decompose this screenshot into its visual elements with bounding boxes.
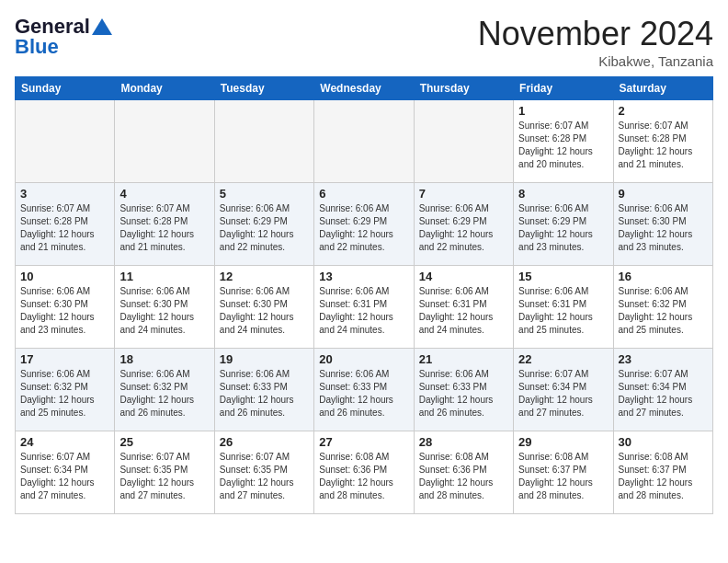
- day-number: 6: [319, 187, 408, 201]
- day-info: Sunrise: 6:07 AM Sunset: 6:34 PM Dayligh…: [619, 368, 708, 419]
- calendar-cell: 27Sunrise: 6:08 AM Sunset: 6:36 PM Dayli…: [314, 431, 414, 514]
- calendar-cell: 4Sunrise: 6:07 AM Sunset: 6:28 PM Daylig…: [115, 183, 214, 266]
- day-number: 15: [518, 270, 608, 283]
- calendar-week-row: 24Sunrise: 6:07 AM Sunset: 6:34 PM Dayli…: [16, 431, 713, 514]
- day-number: 11: [119, 270, 209, 283]
- calendar-cell: 1Sunrise: 6:07 AM Sunset: 6:28 PM Daylig…: [514, 100, 613, 183]
- day-info: Sunrise: 6:06 AM Sunset: 6:32 PM Dayligh…: [619, 285, 708, 337]
- day-number: 25: [119, 435, 209, 449]
- calendar-header-row: SundayMondayTuesdayWednesdayThursdayFrid…: [16, 77, 713, 100]
- day-info: Sunrise: 6:07 AM Sunset: 6:28 PM Dayligh…: [518, 120, 608, 171]
- day-info: Sunrise: 6:08 AM Sunset: 6:37 PM Dayligh…: [518, 451, 608, 502]
- calendar-cell: 29Sunrise: 6:08 AM Sunset: 6:37 PM Dayli…: [514, 431, 613, 514]
- day-info: Sunrise: 6:08 AM Sunset: 6:37 PM Dayligh…: [619, 451, 708, 502]
- day-info: Sunrise: 6:07 AM Sunset: 6:35 PM Dayligh…: [220, 451, 309, 502]
- day-number: 27: [319, 435, 408, 449]
- logo: General Blue: [15, 15, 112, 59]
- location: Kibakwe, Tanzania: [478, 53, 713, 69]
- day-info: Sunrise: 6:06 AM Sunset: 6:30 PM Dayligh…: [119, 285, 209, 337]
- calendar-week-row: 3Sunrise: 6:07 AM Sunset: 6:28 PM Daylig…: [16, 183, 713, 266]
- calendar-cell: 28Sunrise: 6:08 AM Sunset: 6:36 PM Dayli…: [414, 431, 513, 514]
- calendar-cell: 14Sunrise: 6:06 AM Sunset: 6:31 PM Dayli…: [414, 266, 513, 349]
- day-number: 19: [220, 352, 309, 366]
- calendar-cell: 12Sunrise: 6:06 AM Sunset: 6:30 PM Dayli…: [214, 266, 313, 349]
- day-number: 5: [220, 187, 309, 201]
- calendar-cell: 15Sunrise: 6:06 AM Sunset: 6:31 PM Dayli…: [514, 266, 613, 349]
- col-header-tuesday: Tuesday: [214, 77, 313, 100]
- calendar-cell: 8Sunrise: 6:06 AM Sunset: 6:29 PM Daylig…: [514, 183, 613, 266]
- day-number: 14: [419, 270, 508, 283]
- calendar-cell: 6Sunrise: 6:06 AM Sunset: 6:29 PM Daylig…: [314, 183, 414, 266]
- col-header-friday: Friday: [514, 77, 613, 100]
- svg-marker-0: [92, 18, 112, 35]
- day-info: Sunrise: 6:08 AM Sunset: 6:36 PM Dayligh…: [419, 451, 508, 502]
- calendar-cell: [314, 100, 414, 183]
- day-info: Sunrise: 6:06 AM Sunset: 6:31 PM Dayligh…: [419, 285, 508, 337]
- calendar-cell: 21Sunrise: 6:06 AM Sunset: 6:33 PM Dayli…: [414, 349, 513, 431]
- calendar-cell: 24Sunrise: 6:07 AM Sunset: 6:34 PM Dayli…: [16, 431, 115, 514]
- calendar-cell: 26Sunrise: 6:07 AM Sunset: 6:35 PM Dayli…: [214, 431, 313, 514]
- col-header-monday: Monday: [115, 77, 214, 100]
- day-number: 22: [518, 352, 608, 366]
- day-number: 28: [419, 435, 508, 449]
- page-header: General Blue November 2024 Kibakwe, Tanz…: [15, 15, 713, 69]
- logo-triangle-icon: [92, 18, 112, 35]
- day-number: 12: [220, 270, 309, 283]
- col-header-thursday: Thursday: [414, 77, 513, 100]
- day-info: Sunrise: 6:07 AM Sunset: 6:28 PM Dayligh…: [20, 202, 109, 254]
- day-info: Sunrise: 6:07 AM Sunset: 6:34 PM Dayligh…: [20, 451, 109, 502]
- day-info: Sunrise: 6:06 AM Sunset: 6:32 PM Dayligh…: [20, 368, 109, 419]
- month-title: November 2024: [478, 15, 713, 53]
- calendar-cell: 23Sunrise: 6:07 AM Sunset: 6:34 PM Dayli…: [613, 349, 712, 431]
- day-number: 23: [619, 352, 708, 366]
- day-info: Sunrise: 6:06 AM Sunset: 6:33 PM Dayligh…: [419, 368, 508, 419]
- day-info: Sunrise: 6:06 AM Sunset: 6:32 PM Dayligh…: [119, 368, 209, 419]
- calendar-cell: 13Sunrise: 6:06 AM Sunset: 6:31 PM Dayli…: [314, 266, 414, 349]
- calendar-cell: [16, 100, 115, 183]
- calendar-week-row: 10Sunrise: 6:06 AM Sunset: 6:30 PM Dayli…: [16, 266, 713, 349]
- day-info: Sunrise: 6:06 AM Sunset: 6:31 PM Dayligh…: [518, 285, 608, 337]
- day-info: Sunrise: 6:06 AM Sunset: 6:30 PM Dayligh…: [20, 285, 109, 337]
- day-info: Sunrise: 6:08 AM Sunset: 6:36 PM Dayligh…: [319, 451, 408, 502]
- day-info: Sunrise: 6:06 AM Sunset: 6:33 PM Dayligh…: [220, 368, 309, 419]
- day-number: 13: [319, 270, 408, 283]
- title-area: November 2024 Kibakwe, Tanzania: [478, 15, 713, 69]
- day-info: Sunrise: 6:06 AM Sunset: 6:31 PM Dayligh…: [319, 285, 408, 337]
- calendar-cell: 2Sunrise: 6:07 AM Sunset: 6:28 PM Daylig…: [613, 100, 712, 183]
- day-info: Sunrise: 6:06 AM Sunset: 6:29 PM Dayligh…: [419, 202, 508, 254]
- calendar-cell: 11Sunrise: 6:06 AM Sunset: 6:30 PM Dayli…: [115, 266, 214, 349]
- day-number: 17: [20, 352, 109, 366]
- calendar-cell: 20Sunrise: 6:06 AM Sunset: 6:33 PM Dayli…: [314, 349, 414, 431]
- calendar-cell: 5Sunrise: 6:06 AM Sunset: 6:29 PM Daylig…: [214, 183, 313, 266]
- calendar-table: SundayMondayTuesdayWednesdayThursdayFrid…: [15, 76, 713, 514]
- calendar-cell: 19Sunrise: 6:06 AM Sunset: 6:33 PM Dayli…: [214, 349, 313, 431]
- calendar-cell: [115, 100, 214, 183]
- calendar-cell: [214, 100, 313, 183]
- day-info: Sunrise: 6:07 AM Sunset: 6:28 PM Dayligh…: [119, 202, 209, 254]
- day-number: 29: [518, 435, 608, 449]
- calendar-cell: 3Sunrise: 6:07 AM Sunset: 6:28 PM Daylig…: [16, 183, 115, 266]
- calendar-cell: 18Sunrise: 6:06 AM Sunset: 6:32 PM Dayli…: [115, 349, 214, 431]
- col-header-saturday: Saturday: [613, 77, 712, 100]
- day-number: 24: [20, 435, 109, 449]
- calendar-cell: 9Sunrise: 6:06 AM Sunset: 6:30 PM Daylig…: [613, 183, 712, 266]
- calendar-cell: 10Sunrise: 6:06 AM Sunset: 6:30 PM Dayli…: [16, 266, 115, 349]
- day-info: Sunrise: 6:06 AM Sunset: 6:30 PM Dayligh…: [220, 285, 309, 337]
- day-info: Sunrise: 6:06 AM Sunset: 6:29 PM Dayligh…: [319, 202, 408, 254]
- calendar-week-row: 1Sunrise: 6:07 AM Sunset: 6:28 PM Daylig…: [16, 100, 713, 183]
- day-info: Sunrise: 6:06 AM Sunset: 6:30 PM Dayligh…: [619, 202, 708, 254]
- day-number: 26: [220, 435, 309, 449]
- day-info: Sunrise: 6:07 AM Sunset: 6:34 PM Dayligh…: [518, 368, 608, 419]
- calendar-cell: [414, 100, 513, 183]
- day-number: 1: [518, 104, 608, 118]
- calendar-cell: 16Sunrise: 6:06 AM Sunset: 6:32 PM Dayli…: [613, 266, 712, 349]
- day-number: 16: [619, 270, 708, 283]
- day-number: 4: [119, 187, 209, 201]
- day-number: 9: [619, 187, 708, 201]
- calendar-cell: 17Sunrise: 6:06 AM Sunset: 6:32 PM Dayli…: [16, 349, 115, 431]
- day-info: Sunrise: 6:07 AM Sunset: 6:28 PM Dayligh…: [619, 120, 708, 171]
- col-header-wednesday: Wednesday: [314, 77, 414, 100]
- day-number: 8: [518, 187, 608, 201]
- day-number: 20: [319, 352, 408, 366]
- day-number: 7: [419, 187, 508, 201]
